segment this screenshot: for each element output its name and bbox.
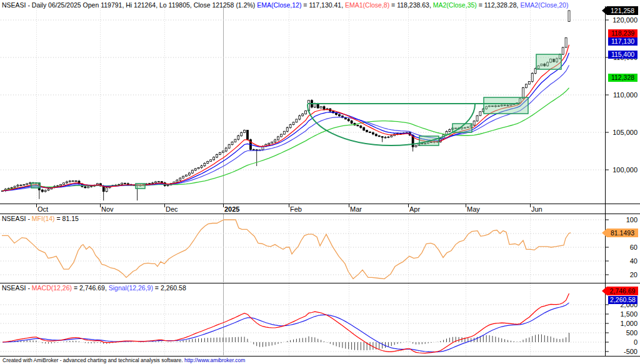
macd-value-callout-arrow-icon: [602, 287, 607, 295]
date-axis-label-Dec: Dec: [166, 205, 178, 213]
macd-title: NSEASI - MACD(12,26) = 2,746.69, Signal(…: [2, 284, 188, 292]
title-segment-1: EMA(Close,12): [257, 1, 301, 9]
mfi-axis-label-100: 100: [606, 216, 638, 224]
mfi-value-callout: 81.1493: [602, 229, 638, 237]
mfi-title: NSEASI - MFI(14) = 81.15: [2, 215, 80, 222]
title-segment-5: MA2(Close,35): [433, 1, 477, 9]
title-segment-6: = 112,328.28,: [477, 1, 521, 9]
title-segment-2: = 117,130.41,: [301, 1, 345, 9]
macd-value-callout: 2,746.69: [602, 287, 638, 295]
mfi-title-value: = 81.15: [55, 215, 79, 222]
price-chart-title: NSEASI - Daily 06/25/2025 Open 119791, H…: [2, 1, 639, 9]
price-chart-panel[interactable]: [0, 0, 605, 204]
mfi-value-callout-arrow-icon: [602, 229, 607, 237]
title-segment-4: = 118,238.63,: [389, 1, 433, 9]
macd-panel[interactable]: [0, 283, 605, 356]
date-axis-label-Nov: Nov: [101, 205, 114, 213]
signal-value-badge: 2,260.58: [608, 296, 638, 304]
macd-axis-label-500: 500: [606, 329, 638, 337]
date-axis-label-Feb: Feb: [290, 205, 302, 213]
macd-axis-label-1,500: 1,500: [606, 310, 638, 318]
mfi-indicator-name: MFI(14): [32, 215, 55, 222]
price-axis-label-100,000: 100,000: [606, 166, 638, 174]
mfi-axis-label-40: 40: [606, 257, 638, 265]
last-price-callout-arrow-icon: [602, 6, 607, 15]
mfi-panel[interactable]: [0, 214, 605, 283]
date-axis-label-Apr: Apr: [409, 205, 420, 213]
date-axis-label-Mar: Mar: [350, 205, 362, 213]
macd-indicator-name: MACD(12,26): [32, 284, 72, 292]
date-axis-label-2025: 2025: [224, 205, 239, 213]
macd-axis-label--500: -500: [606, 348, 638, 355]
price-axis-label-120,000: 120,000: [606, 16, 638, 24]
price-line-badge-118,239: 118,239: [608, 29, 638, 37]
mfi-value-callout-value: 81.1493: [607, 229, 638, 237]
mfi-title-prefix: NSEASI -: [2, 215, 32, 222]
title-segment-0: NSEASI - Daily 06/25/2025 Open 119791, H…: [2, 1, 257, 9]
date-axis-label-Jun: Jun: [531, 205, 542, 213]
macd-title-value: = 2,260.58: [153, 284, 186, 292]
macd-title-mid: = 2,746.69,: [72, 284, 109, 292]
title-segment-3: EMA1(Close,8): [345, 1, 389, 9]
mfi-axis-label-60: 60: [606, 243, 638, 251]
price-line-badge-112,328: 112,328: [608, 74, 638, 82]
signal-indicator-name: Signal(12,26,9): [109, 284, 153, 292]
macd-axis-label-0: 0: [606, 338, 638, 346]
last-price-callout-value: 121,258: [607, 6, 638, 15]
macd-axis-label-1,000: 1,000: [606, 320, 638, 327]
amibroker-link[interactable]: http://www.amibroker.com: [184, 357, 245, 363]
price-line-badge-115,400: 115,400: [608, 51, 638, 59]
title-segment-7: EMA2(Close,20): [520, 1, 568, 9]
last-price-callout: 121,258: [602, 6, 638, 15]
date-axis-label-May: May: [467, 205, 480, 213]
amibroker-chart-window: NSEASI - Daily 06/25/2025 Open 119791, H…: [0, 0, 640, 364]
price-axis-label-105,000: 105,000: [606, 129, 638, 136]
price-line-badge-117,130: 117,130: [608, 37, 638, 46]
footer-text: Created with AmiBroker - advanced charti…: [2, 357, 184, 363]
macd-title-prefix: NSEASI -: [2, 284, 32, 292]
price-axis-label-110,000: 110,000: [606, 91, 638, 99]
date-axis-label-Oct: Oct: [38, 205, 48, 213]
macd-value-callout-value: 2,746.69: [607, 287, 638, 295]
mfi-axis-label-20: 20: [606, 271, 638, 278]
footer-credit: Created with AmiBroker - advanced charti…: [2, 357, 245, 363]
